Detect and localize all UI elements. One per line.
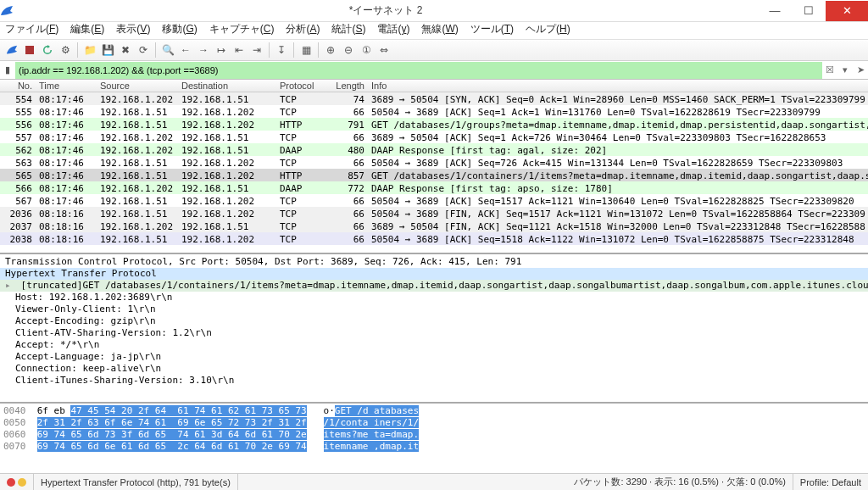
status-field-info: Hypertext Transfer Protocol (http), 791 … [34, 474, 238, 490]
packet-row[interactable]: 56708:17:46192.168.1.51192.168.1.202TCP6… [0, 194, 868, 207]
detail-line[interactable]: Hypertext Transfer Protocol [0, 268, 868, 280]
options-icon[interactable]: ⚙ [57, 42, 74, 58]
packet-row[interactable]: 56308:17:46192.168.1.51192.168.1.202TCP6… [0, 156, 868, 169]
menu-item[interactable]: 表示(V) [116, 22, 150, 39]
menu-item[interactable]: キャプチャ(C) [209, 22, 275, 39]
packet-row[interactable]: 203608:18:16192.168.1.51192.168.1.202TCP… [0, 207, 868, 220]
filter-dropdown-button[interactable]: ▾ [837, 63, 853, 78]
detail-line[interactable]: Accept-Language: ja-jp\r\n [0, 351, 868, 363]
first-icon[interactable]: ⇤ [231, 42, 248, 58]
menu-item[interactable]: ファイル(F) [5, 22, 58, 39]
zoom-out-icon[interactable]: ⊖ [340, 42, 357, 58]
stop-icon[interactable] [21, 42, 38, 58]
status-expert-icon[interactable] [0, 474, 34, 490]
col-destination[interactable]: Destination [178, 80, 276, 92]
packet-row[interactable]: 55408:17:46192.168.1.202192.168.1.51TCP7… [0, 92, 868, 105]
detail-line[interactable]: Accept: */*\r\n [0, 339, 868, 351]
status-profile[interactable]: Profile: Default [793, 474, 868, 490]
detail-line[interactable]: Accept-Encoding: gzip\r\n [0, 315, 868, 327]
col-time[interactable]: Time [36, 80, 97, 92]
shark-icon[interactable] [3, 42, 20, 58]
packet-row[interactable]: 56508:17:46192.168.1.51192.168.1.202HTTP… [0, 169, 868, 181]
reload-icon[interactable]: ⟳ [135, 42, 152, 58]
status-packet-count: パケット数: 3290 · 表示: 16 (0.5%) · 欠落: 0 (0.0… [567, 474, 793, 490]
zoom-reset-icon[interactable]: ① [358, 42, 375, 58]
next-icon[interactable]: → [195, 42, 212, 58]
jump-icon[interactable]: ↦ [213, 42, 230, 58]
menu-item[interactable]: 分析(A) [286, 22, 320, 39]
packet-row[interactable]: 55708:17:46192.168.1.202192.168.1.51TCP6… [0, 131, 868, 143]
hex-line[interactable]: 0060 69 74 65 6d 73 3f 6d 65 74 61 3d 64… [3, 429, 865, 441]
col-source[interactable]: Source [97, 80, 178, 92]
app-icon [0, 4, 14, 18]
close-button[interactable]: ✕ [826, 1, 868, 21]
menu-item[interactable]: 電話(y) [377, 22, 409, 39]
menu-item[interactable]: 無線(W) [421, 22, 458, 39]
packet-row[interactable]: 55608:17:46192.168.1.51192.168.1.202HTTP… [0, 118, 868, 131]
colorize-icon[interactable]: ▦ [298, 42, 314, 58]
autoscroll-icon[interactable]: ↧ [273, 42, 290, 58]
last-icon[interactable]: ⇥ [248, 42, 265, 58]
col-no[interactable]: No. [0, 80, 36, 92]
detail-line[interactable]: Client-iTunes-Sharing-Version: 3.10\r\n [0, 375, 868, 387]
menu-item[interactable]: 移動(G) [162, 22, 197, 39]
prev-icon[interactable]: ← [177, 42, 194, 58]
menu-item[interactable]: ツール(T) [470, 22, 514, 39]
menu-item[interactable]: 統計(S) [331, 22, 365, 39]
detail-line[interactable]: Viewer-Only-Client: 1\r\n [0, 303, 868, 315]
detail-line[interactable]: Transmission Control Protocol, Src Port:… [0, 256, 868, 268]
status-bar: Hypertext Transfer Protocol (http), 791 … [0, 473, 868, 490]
maximize-button[interactable]: ☐ [792, 1, 826, 21]
packet-row[interactable]: 56208:17:46192.168.1.202192.168.1.51DAAP… [0, 143, 868, 156]
packet-row[interactable]: 203708:18:16192.168.1.202192.168.1.51TCP… [0, 220, 868, 232]
filter-apply-button[interactable]: ➤ [853, 63, 868, 78]
packet-list[interactable]: No. Time Source Destination Protocol Len… [0, 80, 868, 254]
display-filter-input[interactable] [15, 62, 822, 79]
packet-row[interactable]: 55508:17:46192.168.1.51192.168.1.202TCP6… [0, 105, 868, 118]
menubar: ファイル(F)編集(E)表示(V)移動(G)キャプチャ(C)分析(A)統計(S)… [0, 22, 868, 39]
save-icon[interactable]: 💾 [99, 42, 116, 58]
col-info[interactable]: Info [368, 80, 868, 92]
detail-line[interactable]: Client-ATV-Sharing-Version: 1.2\r\n [0, 327, 868, 339]
menu-item[interactable]: ヘルプ(H) [526, 22, 570, 39]
packet-row[interactable]: 203808:18:16192.168.1.51192.168.1.202TCP… [0, 232, 868, 245]
hex-line[interactable]: 0070 69 74 65 6d 6e 61 6d 65 2c 64 6d 61… [3, 441, 865, 453]
close-file-icon[interactable]: ✖ [117, 42, 134, 58]
menu-item[interactable]: 編集(E) [70, 22, 104, 39]
hex-view[interactable]: 0040 6f eb 47 45 54 20 2f 64 61 74 61 62… [0, 404, 868, 473]
col-length[interactable]: Length [324, 80, 368, 92]
minimize-button[interactable]: — [758, 1, 792, 21]
hex-line[interactable]: 0050 2f 31 2f 63 6f 6e 74 61 69 6e 65 72… [3, 417, 865, 429]
detail-line[interactable]: [truncated]GET /databases/1/containers/1… [0, 280, 868, 292]
packet-details[interactable]: Transmission Control Protocol, Src Port:… [0, 254, 868, 404]
resize-cols-icon[interactable]: ⇔ [376, 42, 392, 58]
open-icon[interactable]: 📁 [81, 42, 98, 58]
filter-bar: ▮ ☒ ▾ ➤ [0, 61, 868, 80]
restart-icon[interactable] [39, 42, 56, 58]
titlebar: *イーサネット 2 — ☐ ✕ [0, 0, 868, 22]
col-protocol[interactable]: Protocol [276, 80, 324, 92]
hex-line[interactable]: 0040 6f eb 47 45 54 20 2f 64 61 74 61 62… [3, 405, 865, 417]
packet-list-header: No. Time Source Destination Protocol Len… [0, 80, 868, 92]
detail-line[interactable]: Host: 192.168.1.202:3689\r\n [0, 292, 868, 303]
packet-row[interactable]: 56608:17:46192.168.1.202192.168.1.51DAAP… [0, 181, 868, 194]
find-icon[interactable]: 🔍 [159, 42, 176, 58]
detail-line[interactable]: Connection: keep-alive\r\n [0, 363, 868, 375]
filter-label-icon: ▮ [0, 64, 15, 75]
window-title: *イーサネット 2 [14, 3, 758, 18]
zoom-in-icon[interactable]: ⊕ [322, 42, 339, 58]
filter-clear-button[interactable]: ☒ [822, 63, 837, 78]
toolbar: ⚙ 📁 💾 ✖ ⟳ 🔍 ← → ↦ ⇤ ⇥ ↧ ▦ ⊕ ⊖ ① ⇔ [0, 39, 868, 61]
